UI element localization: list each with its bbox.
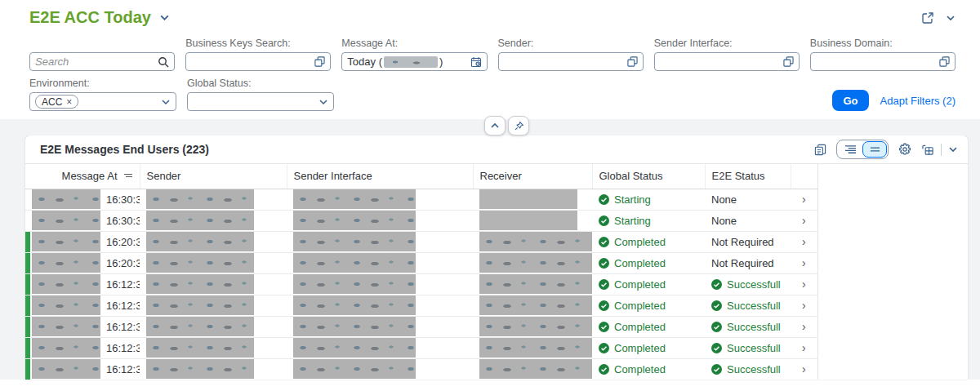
date-time-picker-icon[interactable] — [470, 56, 482, 68]
search-input[interactable] — [29, 52, 175, 71]
table-row[interactable]: 16:12:34CompletedSuccessfull› — [25, 295, 817, 316]
search-input-field[interactable] — [35, 56, 158, 68]
export-menu-button[interactable] — [948, 146, 958, 153]
cell-sender-interface — [287, 231, 473, 252]
global-status-text: Completed — [614, 321, 666, 333]
column-header-receiver[interactable]: Receiver — [473, 164, 592, 189]
table-row[interactable]: 16:12:35CompletedSuccessfull› — [25, 273, 817, 295]
chevron-down-icon[interactable] — [318, 99, 328, 105]
column-header-e2e-status[interactable]: E2E Status — [705, 164, 791, 189]
filter-field-business-domain: Business Domain: — [810, 38, 956, 71]
row-chevron-icon[interactable]: › — [791, 210, 817, 231]
cell-sender-interface — [287, 316, 473, 337]
table-row[interactable]: 16:30:36StartingNone› — [25, 210, 817, 231]
check-circle-icon — [599, 258, 609, 269]
cell-global-status: Completed — [592, 358, 705, 380]
column-header-message-at[interactable]: Message At — [25, 164, 140, 189]
message-time: 16:20:36 — [106, 236, 140, 248]
redacted-date-range — [384, 56, 438, 68]
row-chevron-icon[interactable]: › — [791, 273, 817, 295]
redacted-sender-interface — [293, 253, 416, 273]
redacted-receiver — [479, 317, 592, 336]
row-chevron-icon[interactable]: › — [791, 252, 817, 273]
cell-global-status: Completed — [592, 231, 705, 252]
row-chevron-icon[interactable]: › — [791, 295, 817, 316]
value-help-icon[interactable] — [939, 56, 950, 67]
table-row[interactable]: 16:12:34CompletedSuccessfull› — [25, 358, 817, 380]
row-chevron-icon[interactable]: › — [791, 358, 817, 380]
redacted-sender — [146, 295, 254, 315]
cell-sender-interface — [287, 358, 473, 380]
title-chevron-down-icon[interactable] — [159, 14, 170, 21]
filter-field-business-keys: Business Keys Search: — [185, 38, 331, 71]
adapt-filters-link[interactable]: Adapt Filters (2) — [880, 95, 956, 107]
cell-e2e-status: Successfull — [705, 295, 791, 316]
value-help-icon[interactable] — [783, 56, 794, 67]
row-chevron-icon[interactable]: › — [791, 231, 817, 252]
redacted-date — [32, 189, 100, 209]
cell-e2e-status: Not Required — [705, 231, 791, 252]
row-chevron-icon[interactable]: › — [791, 316, 817, 337]
environment-label: Environment: — [29, 78, 176, 89]
settings-button[interactable] — [898, 143, 911, 156]
redacted-date — [32, 338, 100, 358]
e2e-status-text: Successfull — [727, 321, 781, 333]
go-button[interactable]: Go — [832, 90, 868, 111]
value-help-icon[interactable] — [314, 56, 325, 67]
column-header-global-status[interactable]: Global Status — [592, 164, 705, 189]
check-circle-icon — [599, 364, 609, 375]
header-chevron-down-icon[interactable] — [946, 15, 956, 21]
redacted-sender — [146, 253, 254, 273]
redacted-sender — [146, 232, 254, 251]
row-chevron-icon[interactable]: › — [791, 189, 817, 210]
table-row[interactable]: 16:30:36StartingNone› — [25, 189, 817, 210]
filter-field-sender: Sender: — [498, 38, 644, 71]
check-circle-icon — [599, 279, 609, 290]
table-row[interactable]: 16:12:34CompletedSuccessfull› — [25, 337, 817, 358]
sender-interface-input[interactable] — [654, 52, 800, 71]
token-remove-icon[interactable]: × — [66, 96, 72, 108]
cell-global-status: Starting — [592, 189, 705, 210]
view-segment-condensed-button[interactable] — [862, 141, 887, 158]
filter-bar: Business Keys Search: Message At: Today … — [0, 36, 980, 119]
view-segment-expanded-button[interactable] — [838, 141, 862, 158]
redacted-sender — [146, 338, 254, 358]
toolbar-divider — [941, 144, 942, 156]
business-keys-input[interactable] — [185, 52, 331, 71]
cell-sender-interface — [287, 273, 473, 295]
table-row[interactable]: 16:20:36CompletedNot Required› — [25, 231, 817, 252]
column-header-sender[interactable]: Sender — [140, 164, 287, 189]
column-header-sender-interface[interactable]: Sender Interface — [287, 164, 473, 189]
share-icon[interactable] — [921, 11, 934, 24]
redacted-date — [32, 253, 100, 273]
e2e-status-text: Not Required — [711, 257, 774, 269]
search-icon[interactable] — [158, 56, 169, 68]
table-header-row: Message At Sender Sender Interface Recei… — [25, 164, 817, 189]
table-row[interactable]: 16:12:34CompletedSuccessfull› — [25, 316, 817, 337]
filter-field-search — [29, 38, 175, 71]
environment-token[interactable]: ACC × — [35, 95, 78, 109]
cell-sender — [140, 252, 287, 273]
pin-header-button[interactable] — [508, 116, 529, 136]
row-chevron-icon[interactable]: › — [791, 337, 817, 358]
message-at-label: Message At: — [341, 38, 487, 49]
cell-sender — [140, 210, 287, 231]
chevron-down-icon[interactable] — [161, 99, 171, 105]
global-status-text: Completed — [614, 300, 666, 312]
value-help-icon[interactable] — [627, 56, 638, 67]
collapse-header-button[interactable] — [484, 116, 506, 136]
table-row[interactable]: 16:20:36CompletedNot Required› — [25, 252, 817, 273]
copy-button[interactable] — [814, 144, 826, 156]
global-status-select[interactable] — [187, 92, 334, 111]
redacted-date — [32, 317, 100, 336]
filter-field-global-status: Global Status: — [187, 78, 334, 111]
environment-select[interactable]: ACC × — [29, 92, 176, 111]
e2e-status-text: Successfull — [727, 278, 781, 291]
cell-sender-interface — [287, 337, 473, 358]
export-button[interactable] — [921, 144, 934, 156]
message-at-input[interactable]: Today () — [341, 52, 487, 71]
page-title: E2E ACC Today — [29, 8, 151, 27]
sender-input[interactable] — [498, 52, 644, 71]
global-status-text: Completed — [614, 342, 666, 354]
business-domain-input[interactable] — [810, 52, 956, 71]
